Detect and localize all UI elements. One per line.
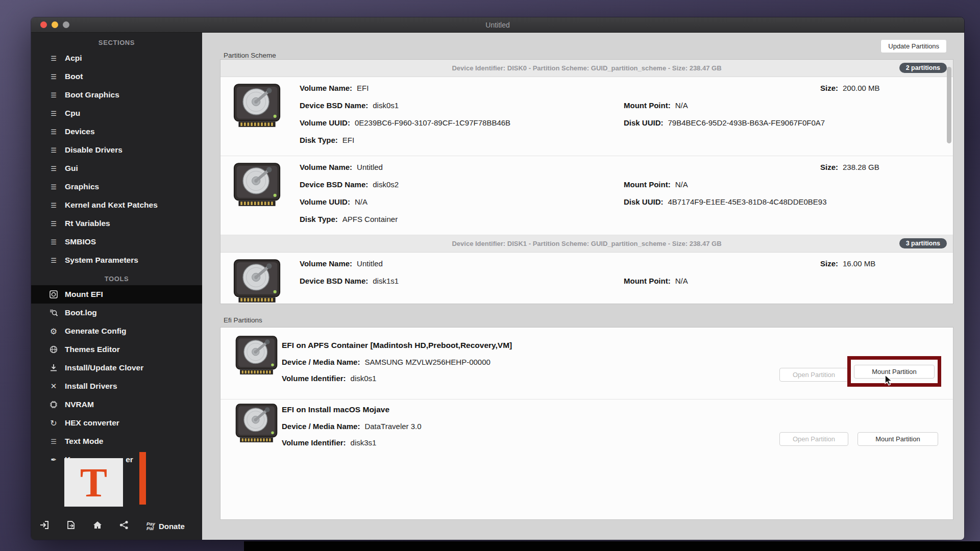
device-bsd-value: disk0s2 bbox=[373, 180, 399, 189]
sidebar-item-boot[interactable]: ☰Boot bbox=[31, 67, 202, 86]
import-icon[interactable] bbox=[39, 520, 50, 532]
sidebar-item-label: System Parameters bbox=[65, 256, 138, 265]
highlight-box: Mount Partition bbox=[847, 356, 941, 387]
volume-name-label: Volume Name: bbox=[300, 259, 352, 268]
window-title: Untitled bbox=[31, 21, 964, 29]
hard-drive-icon bbox=[233, 83, 281, 130]
hard-drive-icon bbox=[235, 335, 278, 378]
disk-type-label: Disk Type: bbox=[300, 136, 338, 144]
download-icon bbox=[48, 364, 59, 372]
sidebar-item-boot-log[interactable]: Boot.log bbox=[31, 304, 202, 322]
partition-row: Volume Name:Untitled Size:16.00 MB Devic… bbox=[220, 253, 953, 304]
title-bar: Untitled bbox=[31, 17, 964, 33]
sidebar-item-install-drivers[interactable]: ✕ Install Drivers bbox=[31, 377, 202, 395]
globe-icon bbox=[48, 345, 59, 354]
sidebar-item-system-parameters[interactable]: ☰System Parameters bbox=[31, 251, 202, 269]
gears-icon: ⚙ bbox=[48, 327, 59, 336]
device-media-value: SAMSUNG MZVLW256HEHP-00000 bbox=[364, 358, 490, 366]
sidebar-item-graphics[interactable]: ☰Graphics bbox=[31, 178, 202, 196]
sidebar-item-kernel-kext-patches[interactable]: ☰Kernel and Kext Patches bbox=[31, 196, 202, 214]
device-media-label: Device / Media Name: bbox=[282, 422, 360, 431]
background-window-strip bbox=[244, 541, 980, 551]
sidebar-item-install-update-clover[interactable]: Install/Update Clover bbox=[31, 359, 202, 377]
disk-type-value: APFS Container bbox=[342, 215, 398, 223]
donate-label: Donate bbox=[159, 522, 185, 531]
sections-header: SECTIONS bbox=[31, 37, 202, 49]
sidebar-item-label: NVRAM bbox=[65, 400, 94, 409]
volume-identifier-label: Volume Identifier: bbox=[282, 438, 346, 447]
sidebar-item-smbios[interactable]: ☰SMBIOS bbox=[31, 233, 202, 251]
sidebar-item-boot-graphics[interactable]: ☰Boot Graphics bbox=[31, 86, 202, 104]
paypal-icon: PayPal bbox=[146, 521, 155, 531]
partition-row: Volume Name:EFI Size:200.00 MB Device BS… bbox=[220, 77, 953, 156]
main-content: Partition Scheme Update Partitions Devic… bbox=[202, 33, 964, 540]
sidebar-item-label: Cpu bbox=[65, 109, 80, 118]
disk-type-label: Disk Type: bbox=[300, 215, 338, 223]
sidebar-item-nvram[interactable]: NVRAM bbox=[31, 395, 202, 414]
volume-name-value: Untitled bbox=[357, 163, 383, 171]
sidebar-item-label: Devices bbox=[65, 127, 95, 136]
size-value: 16.00 MB bbox=[843, 259, 875, 268]
list-icon: ☰ bbox=[48, 110, 59, 117]
list-icon: ☰ bbox=[48, 146, 59, 154]
volume-name-label: Volume Name: bbox=[300, 84, 352, 92]
sidebar-item-label: Install/Update Clover bbox=[65, 363, 143, 372]
partition-row: Volume Name:Untitled Size:238.28 GB Devi… bbox=[220, 156, 953, 235]
open-partition-button[interactable]: Open Partition bbox=[779, 432, 848, 446]
disk-uuid-label: Disk UUID: bbox=[624, 197, 664, 206]
share-icon[interactable] bbox=[119, 520, 129, 532]
home-icon[interactable] bbox=[92, 520, 103, 532]
sidebar-item-mount-efi[interactable]: Mount EFI bbox=[31, 285, 202, 304]
volume-name-value: Untitled bbox=[357, 259, 383, 268]
sidebar-item-label: Gui bbox=[65, 164, 78, 173]
device-media-label: Device / Media Name: bbox=[282, 358, 360, 366]
mount-partition-button[interactable]: Mount Partition bbox=[854, 365, 935, 379]
disk-icon bbox=[48, 290, 59, 299]
sidebar-item-label: Kernel and Kext Patches bbox=[65, 201, 158, 210]
open-partition-button[interactable]: Open Partition bbox=[779, 368, 848, 382]
mount-point-label: Mount Point: bbox=[624, 101, 671, 110]
size-label: Size: bbox=[820, 259, 838, 268]
donate-button[interactable]: PayPal Donate bbox=[146, 521, 185, 531]
sidebar-item-cpu[interactable]: ☰Cpu bbox=[31, 104, 202, 122]
partitions-count-badge: 3 partitions bbox=[899, 238, 947, 248]
sidebar-item-label: Acpi bbox=[65, 54, 82, 63]
sidebar-item-acpi[interactable]: ☰Acpi bbox=[31, 49, 202, 67]
list-icon: ☰ bbox=[48, 73, 59, 81]
sidebar-item-hex-converter[interactable]: ↻ HEX converter bbox=[31, 414, 202, 432]
partition-scheme-panel: Device Identifier: DISK0 - Partition Sch… bbox=[220, 59, 953, 304]
hard-drive-icon bbox=[233, 259, 281, 304]
sidebar-item-generate-config[interactable]: ⚙ Generate Config bbox=[31, 322, 202, 340]
list-icon: ☰ bbox=[48, 220, 59, 228]
disk-header-text: Device Identifier: DISK1 - Partition Sch… bbox=[452, 240, 721, 247]
size-value: 238.28 GB bbox=[843, 163, 879, 171]
sidebar-item-devices[interactable]: ☰Devices bbox=[31, 122, 202, 141]
mouse-cursor bbox=[884, 374, 894, 388]
update-partitions-button[interactable]: Update Partitions bbox=[880, 39, 947, 53]
device-bsd-value: disk0s1 bbox=[373, 101, 399, 110]
mount-point-label: Mount Point: bbox=[624, 180, 671, 189]
chip-icon bbox=[48, 400, 59, 409]
volume-name-label: Volume Name: bbox=[300, 163, 352, 171]
mount-partition-button[interactable]: Mount Partition bbox=[857, 432, 938, 446]
list-icon: ☰ bbox=[48, 91, 59, 99]
tools-header: TOOLS bbox=[31, 273, 202, 285]
circular-arrows-icon: ↻ bbox=[48, 418, 59, 428]
sidebar-item-disable-drivers[interactable]: ☰Disable Drivers bbox=[31, 141, 202, 159]
disk-header-row: Device Identifier: DISK1 - Partition Sch… bbox=[220, 235, 953, 253]
quill-icon: ✒ bbox=[48, 456, 59, 464]
magnifier-list-icon bbox=[48, 309, 59, 317]
sidebar-item-rt-variables[interactable]: ☰Rt Variables bbox=[31, 214, 202, 233]
size-label: Size: bbox=[820, 163, 838, 171]
sidebar-item-text-mode[interactable]: ☰ Text Mode bbox=[31, 432, 202, 450]
crossed-tools-icon: ✕ bbox=[48, 382, 59, 391]
disk-uuid-value: 4B7174F9-E1EE-45E3-81D8-4C48DDE0BE93 bbox=[668, 197, 827, 206]
mount-point-value: N/A bbox=[675, 277, 688, 285]
sidebar-item-gui[interactable]: ☰Gui bbox=[31, 159, 202, 178]
export-config-icon[interactable] bbox=[66, 520, 76, 532]
scrollbar-thumb[interactable] bbox=[947, 67, 951, 143]
sidebar-item-themes-editor[interactable]: Themes Editor bbox=[31, 340, 202, 359]
mount-point-value: N/A bbox=[675, 180, 688, 189]
list-icon: ☰ bbox=[48, 202, 59, 209]
list-icon: ☰ bbox=[48, 128, 59, 136]
